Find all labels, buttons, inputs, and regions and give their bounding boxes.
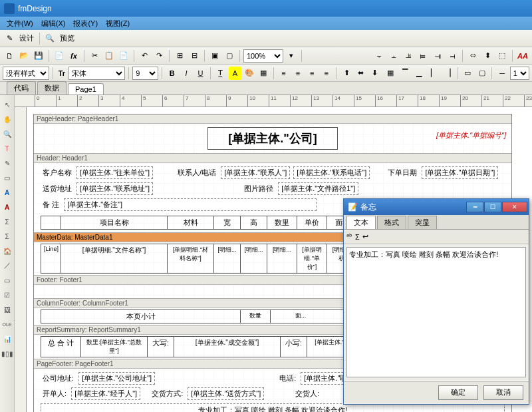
- align-center-h-icon[interactable]: ⫠: [387, 49, 400, 63]
- band-tool-icon[interactable]: ▭: [2, 172, 13, 183]
- same-height-icon[interactable]: ⬍: [481, 49, 494, 63]
- shape-tool-icon[interactable]: ▭: [2, 275, 13, 286]
- title-field[interactable]: [单据主体."公司]: [207, 127, 338, 150]
- dialog-tab-highlight[interactable]: 突显: [408, 216, 437, 229]
- band-pageheader[interactable]: PageHeader: PageHeader1 [单据主体."公司] [单据主体…: [34, 114, 511, 154]
- date-field[interactable]: [单据主体."单据日期"]: [422, 166, 498, 179]
- frame-all-icon[interactable]: ▦: [384, 67, 397, 80]
- home-tool-icon[interactable]: 🏠: [2, 246, 13, 256]
- expr-icon[interactable]: ᵃᵇ: [346, 232, 352, 241]
- underline-icon[interactable]: U: [194, 67, 207, 80]
- zoom-tool-icon[interactable]: 🔍: [2, 128, 13, 139]
- phone-field[interactable]: [单据主体."联系电话"]: [293, 166, 370, 179]
- text-left-icon[interactable]: ≡: [277, 67, 290, 80]
- addr-field[interactable]: [单据主体."联系地址"]: [76, 182, 153, 195]
- paste-icon[interactable]: 📄: [117, 49, 130, 63]
- italic-icon[interactable]: I: [180, 67, 192, 80]
- text-justify-icon[interactable]: ≡: [320, 67, 332, 80]
- imgpath-field[interactable]: [单据主体."文件路径1"]: [278, 182, 358, 195]
- font-combo[interactable]: 宋体: [68, 67, 125, 80]
- group-icon[interactable]: ⊞: [173, 49, 186, 63]
- text-right-icon[interactable]: ≡: [306, 67, 319, 80]
- undo-icon[interactable]: ↶: [138, 49, 151, 63]
- line-style-icon[interactable]: ─: [495, 67, 508, 80]
- frame-top-icon[interactable]: ▔: [398, 67, 411, 80]
- wrap-icon[interactable]: ↩: [362, 232, 368, 241]
- cut-icon[interactable]: ✂: [88, 49, 101, 63]
- font-color-icon[interactable]: T̲: [214, 67, 227, 80]
- align-top-icon[interactable]: ⫢: [416, 49, 430, 63]
- page-icon[interactable]: 📄: [53, 49, 66, 63]
- size-combo[interactable]: 9: [132, 67, 158, 80]
- font-style-icon[interactable]: AA: [516, 49, 529, 63]
- tab-page1[interactable]: Page1: [68, 83, 104, 95]
- align-middle-icon[interactable]: ⫣: [431, 49, 444, 63]
- frame-left-icon[interactable]: ▏: [427, 67, 440, 80]
- menu-file[interactable]: 文件(W): [3, 17, 37, 30]
- zoom-dropdown-icon[interactable]: ▾: [285, 49, 298, 63]
- align-bottom-icon[interactable]: ⫤: [446, 49, 459, 63]
- dialog-tab-format[interactable]: 格式: [377, 216, 406, 229]
- valign-mid-icon[interactable]: ⬌: [354, 67, 367, 80]
- valign-bot-icon[interactable]: ⬇: [368, 67, 381, 80]
- minimize-icon[interactable]: ━: [466, 202, 483, 212]
- contact-field[interactable]: [单据主体."联系人"]: [221, 166, 290, 179]
- docno-field[interactable]: [单据主体."单据编号"]: [436, 130, 506, 140]
- fill-color-icon[interactable]: 🎨: [243, 67, 255, 80]
- save-icon[interactable]: 💾: [32, 49, 45, 63]
- image-tool-icon[interactable]: 🖼: [2, 304, 13, 315]
- sum-tool-icon[interactable]: Σ: [2, 216, 13, 227]
- frame-outer-icon[interactable]: ▢: [475, 67, 488, 80]
- border-icon[interactable]: ▦: [257, 67, 269, 80]
- line-width-combo[interactable]: 1: [510, 67, 529, 80]
- memo-textarea[interactable]: 专业加工：写真 喷绘 雕刻 条幅 欢迎洽谈合作!: [346, 247, 526, 377]
- line-tool-icon[interactable]: ／: [2, 260, 13, 271]
- send-back-icon[interactable]: ▢: [223, 49, 236, 63]
- check-tool-icon[interactable]: ☑: [2, 290, 13, 300]
- close-icon[interactable]: ✕: [502, 202, 527, 212]
- new-icon[interactable]: 🗋: [3, 49, 16, 63]
- ship-field[interactable]: [单据主体."送货方式"]: [188, 387, 264, 400]
- zoom-combo[interactable]: 100%: [243, 49, 283, 63]
- hand-tool-icon[interactable]: ✋: [2, 114, 13, 124]
- frame-bot-icon[interactable]: ▁: [412, 67, 425, 80]
- menu-view[interactable]: 视图(Z): [102, 17, 134, 30]
- tab-code[interactable]: 代码: [7, 81, 36, 95]
- barcode-tool-icon[interactable]: ▮▯▮: [2, 348, 13, 359]
- preview-label[interactable]: 预览: [58, 33, 76, 43]
- bring-front-icon[interactable]: ▣: [208, 49, 221, 63]
- valign-top-icon[interactable]: ⬆: [340, 67, 352, 80]
- tab-data[interactable]: 数据: [37, 81, 66, 95]
- aggregate-icon[interactable]: Σ: [355, 233, 360, 241]
- edit-tool-icon[interactable]: ✎: [2, 158, 13, 168]
- menu-edit[interactable]: 编辑(X): [37, 17, 70, 30]
- ole-tool-icon[interactable]: OLE: [2, 319, 13, 329]
- align-right-icon[interactable]: ⫡: [402, 49, 415, 63]
- ok-button[interactable]: 确定: [438, 385, 478, 400]
- align-left-icon[interactable]: ⫟: [372, 49, 386, 63]
- design-icon[interactable]: ✎: [3, 32, 16, 45]
- maximize-icon[interactable]: ☐: [484, 202, 501, 212]
- label-tool-icon[interactable]: A: [2, 187, 13, 198]
- preview-icon[interactable]: 🔍: [43, 32, 57, 45]
- remark-field[interactable]: [单据主体."备注"]: [64, 198, 317, 211]
- dialog-tab-text[interactable]: 文本: [346, 216, 376, 229]
- menu-report[interactable]: 报表(Y): [69, 17, 102, 30]
- cancel-button[interactable]: 取消: [483, 385, 523, 400]
- frame-right-icon[interactable]: ▕: [441, 67, 454, 80]
- operator-field[interactable]: [单据主体."经手人"]: [71, 387, 140, 400]
- bold-icon[interactable]: B: [166, 67, 178, 80]
- text-center-icon[interactable]: ≡: [291, 67, 304, 80]
- company-addr-field[interactable]: [单据主体."公司地址"]: [78, 372, 155, 385]
- sys-tool-icon[interactable]: Σ: [2, 231, 13, 242]
- dialog-titlebar[interactable]: 📝备忘 ━ ☐ ✕: [344, 199, 529, 215]
- pointer-tool-icon[interactable]: ↖: [2, 99, 13, 110]
- copy-icon[interactable]: 📋: [102, 49, 116, 63]
- customer-field[interactable]: [单据主体."往来单位"]: [76, 166, 153, 179]
- ungroup-icon[interactable]: ⊟: [188, 49, 201, 63]
- style-combo[interactable]: 没有样式: [3, 67, 49, 80]
- highlight-icon[interactable]: A: [229, 67, 241, 80]
- same-width-icon[interactable]: ⬄: [466, 49, 479, 63]
- redo-icon[interactable]: ↷: [152, 49, 166, 63]
- open-icon[interactable]: 📂: [17, 49, 31, 63]
